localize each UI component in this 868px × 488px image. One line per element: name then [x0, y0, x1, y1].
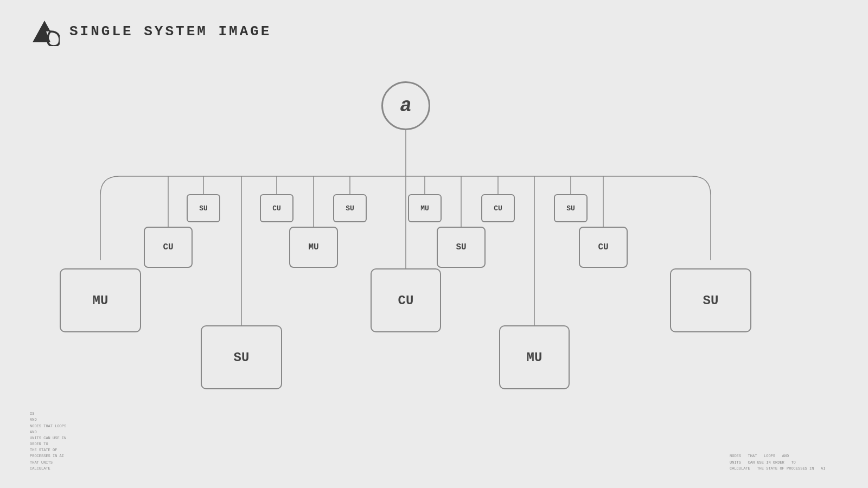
- node-mu-4: MU: [499, 325, 570, 389]
- node-mu-3: MU: [60, 268, 141, 332]
- header: SINGLE SYSTEM IMAGE: [30, 16, 271, 46]
- diagram: a SU CU SU MU CU SU CU MU SU CU MU: [0, 49, 868, 472]
- node-cu-4: CU: [579, 227, 628, 268]
- node-su-6: SU: [670, 268, 751, 332]
- root-node: a: [381, 81, 430, 130]
- connection-lines: [0, 49, 868, 472]
- node-su-1: SU: [187, 194, 220, 222]
- node-mu-1: MU: [408, 194, 442, 222]
- node-su-3: SU: [554, 194, 588, 222]
- page-title: SINGLE SYSTEM IMAGE: [69, 23, 271, 40]
- node-cu-2: CU: [481, 194, 515, 222]
- node-cu-1: CU: [260, 194, 293, 222]
- node-cu-5: CU: [371, 268, 441, 332]
- ao-logo: [30, 16, 60, 46]
- note-left: IS AND NODES THAT LOOPS AND UNITS CAN US…: [30, 411, 73, 472]
- node-su-4: SU: [437, 227, 486, 268]
- node-cu-3: CU: [144, 227, 193, 268]
- node-mu-2: MU: [289, 227, 338, 268]
- note-right: NODES THAT LOOPS AND UNITS CAN USE IN OR…: [730, 453, 838, 472]
- node-su-2: SU: [333, 194, 367, 222]
- node-su-5: SU: [201, 325, 282, 389]
- root-label: a: [400, 95, 412, 117]
